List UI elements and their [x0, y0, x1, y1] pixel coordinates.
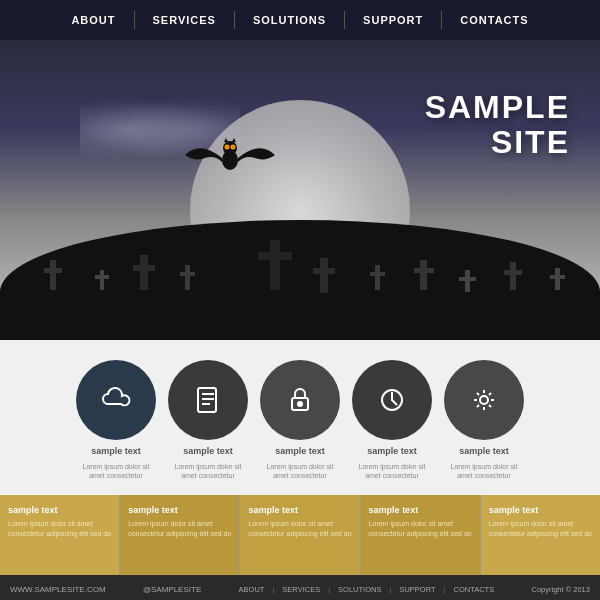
feature-circle-3 — [352, 360, 432, 440]
svg-rect-21 — [370, 272, 385, 276]
feature-circle-4 — [444, 360, 524, 440]
svg-rect-12 — [140, 255, 148, 290]
footer-tile-title-1: sample text — [128, 505, 231, 515]
svg-rect-23 — [414, 268, 434, 273]
feature-circle-1 — [168, 360, 248, 440]
svg-rect-27 — [504, 270, 522, 275]
footer-tile-0: sample text Lorem ipsum dolor sit amet c… — [0, 495, 120, 575]
feature-desc-4: Lorem ipsum dolor sit amet consectetur — [444, 462, 524, 480]
svg-rect-26 — [510, 262, 516, 290]
feature-desc-3: Lorem ipsum dolor sit amet consectetur — [352, 462, 432, 480]
feature-circle-2 — [260, 360, 340, 440]
svg-rect-25 — [459, 277, 476, 281]
svg-rect-9 — [44, 268, 62, 273]
bottom-nav-item-support[interactable]: SUPPORT — [399, 585, 435, 594]
svg-rect-13 — [133, 265, 155, 271]
hero-section: SAMPLE SITE — [0, 40, 600, 340]
feature-item-3[interactable]: sample text Lorem ipsum dolor sit amet c… — [352, 360, 432, 480]
bottom-nav-sep-1: | — [272, 585, 274, 594]
footer-tiles: sample text Lorem ipsum dolor sit amet c… — [0, 495, 600, 575]
svg-rect-18 — [320, 258, 328, 293]
footer-tile-title-4: sample text — [489, 505, 592, 515]
hero-title: SAMPLE SITE — [425, 90, 570, 160]
feature-desc-2: Lorem ipsum dolor sit amet consectetur — [260, 462, 340, 480]
footer-tile-title-0: sample text — [8, 505, 111, 515]
bat-illustration — [180, 120, 280, 194]
hero-ground — [0, 220, 600, 340]
svg-rect-17 — [258, 252, 292, 260]
svg-rect-10 — [100, 270, 104, 290]
nav-support[interactable]: SUPPORT — [345, 14, 441, 26]
svg-point-5 — [232, 146, 234, 148]
bottom-nav-sep-3: | — [389, 585, 391, 594]
footer-tile-2: sample text Lorem ipsum dolor sit amet c… — [240, 495, 360, 575]
footer-tile-title-3: sample text — [369, 505, 472, 515]
feature-label-4: sample text — [459, 446, 509, 456]
nav-services[interactable]: SERVICES — [135, 14, 234, 26]
feature-item-1[interactable]: sample text Lorem ipsum dolor sit amet c… — [168, 360, 248, 480]
footer-tile-4: sample text Lorem ipsum dolor sit amet c… — [481, 495, 600, 575]
features-section: sample text Lorem ipsum dolor sit amet c… — [0, 340, 600, 495]
bottom-nav-item-services[interactable]: SERVICES — [282, 585, 320, 594]
svg-rect-8 — [50, 260, 56, 290]
feature-label-0: sample text — [91, 446, 141, 456]
footer-tile-text-3: Lorem ipsum dolor sit amet consectetur a… — [369, 519, 472, 539]
footer-tile-title-2: sample text — [248, 505, 351, 515]
bottom-nav-sep-4: | — [444, 585, 446, 594]
svg-point-37 — [480, 396, 488, 404]
feature-label-3: sample text — [367, 446, 417, 456]
bottom-nav: ABOUT|SERVICES|SOLUTIONS|SUPPORT|CONTACT… — [239, 585, 495, 594]
bottom-nav-item-contacts[interactable]: CONTACTS — [453, 585, 494, 594]
footer-tile-text-1: Lorem ipsum dolor sit amet consectetur a… — [128, 519, 231, 539]
svg-point-35 — [298, 402, 302, 406]
svg-rect-29 — [550, 275, 565, 279]
feature-label-1: sample text — [183, 446, 233, 456]
svg-rect-22 — [420, 260, 427, 290]
feature-desc-1: Lorem ipsum dolor sit amet consectetur — [168, 462, 248, 480]
footer-tile-text-4: Lorem ipsum dolor sit amet consectetur a… — [489, 519, 592, 539]
bottom-nav-item-solutions[interactable]: SOLUTIONS — [338, 585, 381, 594]
nav-contacts[interactable]: CONTACTS — [442, 14, 546, 26]
bottom-nav-item-about[interactable]: ABOUT — [239, 585, 265, 594]
hero-title-line1: SAMPLE — [425, 90, 570, 125]
svg-point-4 — [226, 146, 228, 148]
feature-item-4[interactable]: sample text Lorem ipsum dolor sit amet c… — [444, 360, 524, 480]
svg-rect-14 — [185, 265, 190, 290]
bottom-copyright: Copyright © 2013 — [531, 585, 589, 594]
feature-item-2[interactable]: sample text Lorem ipsum dolor sit amet c… — [260, 360, 340, 480]
footer-tile-3: sample text Lorem ipsum dolor sit amet c… — [361, 495, 481, 575]
nav-about[interactable]: ABOUT — [53, 14, 133, 26]
bottom-bar: WWW.SAMPLESITE.COM @SAMPLESITE ABOUT|SER… — [0, 575, 600, 600]
bottom-social[interactable]: @SAMPLESITE — [143, 585, 201, 594]
feature-item-0[interactable]: sample text Lorem ipsum dolor sit amet c… — [76, 360, 156, 480]
svg-rect-20 — [375, 265, 380, 290]
footer-tile-1: sample text Lorem ipsum dolor sit amet c… — [120, 495, 240, 575]
feature-label-2: sample text — [275, 446, 325, 456]
feature-desc-0: Lorem ipsum dolor sit amet consectetur — [76, 462, 156, 480]
svg-marker-6 — [224, 138, 228, 142]
svg-rect-16 — [270, 240, 280, 290]
main-nav: ABOUT SERVICES SOLUTIONS SUPPORT CONTACT… — [0, 0, 600, 40]
footer-tile-text-2: Lorem ipsum dolor sit amet consectetur a… — [248, 519, 351, 539]
nav-solutions[interactable]: SOLUTIONS — [235, 14, 344, 26]
svg-rect-11 — [95, 275, 109, 279]
bottom-nav-sep-2: | — [328, 585, 330, 594]
svg-marker-7 — [232, 138, 236, 142]
feature-circle-0 — [76, 360, 156, 440]
svg-rect-19 — [313, 268, 335, 274]
svg-rect-15 — [180, 272, 195, 276]
hero-title-line2: SITE — [425, 125, 570, 160]
footer-tile-text-0: Lorem ipsum dolor sit amet consectetur a… — [8, 519, 111, 539]
bottom-website[interactable]: WWW.SAMPLESITE.COM — [10, 585, 106, 594]
